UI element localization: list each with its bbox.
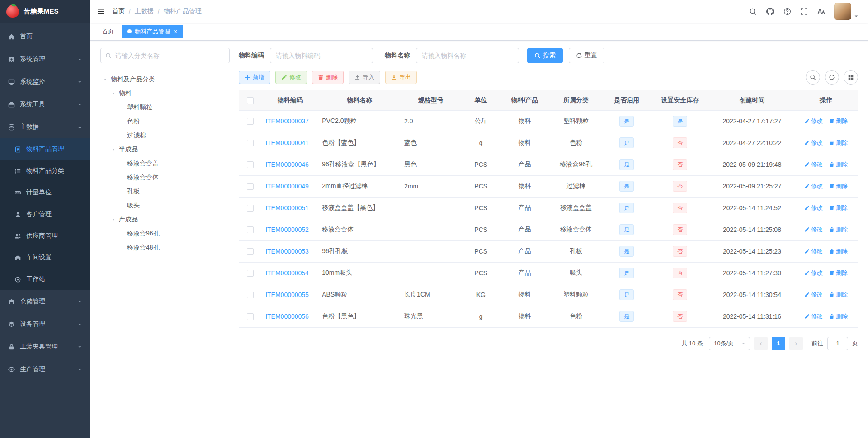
tree-node[interactable]: 移液盒盒体 — [100, 170, 230, 184]
row-edit-link[interactable]: 修改 — [804, 247, 823, 255]
sidebar-item-system-monitor[interactable]: 系统监控 — [0, 71, 90, 93]
tree-node[interactable]: 移液盒48孔 — [100, 240, 230, 254]
row-delete-link[interactable]: 删除 — [829, 139, 848, 147]
sidebar-item-workshop-settings[interactable]: 车间设置 — [0, 247, 90, 268]
row-checkbox[interactable] — [247, 140, 254, 146]
tree-node[interactable]: 色粉 — [100, 114, 230, 128]
material-code-input[interactable] — [270, 48, 373, 63]
sidebar-item-measure-unit[interactable]: 计量单位 — [0, 182, 90, 203]
refresh-table-button[interactable] — [825, 70, 839, 85]
material-name-input[interactable] — [416, 48, 519, 63]
page-number-1[interactable]: 1 — [772, 337, 785, 350]
tree-node[interactable]: 物料及产品分类 — [100, 72, 230, 86]
row-edit-link[interactable]: 修改 — [804, 291, 823, 299]
user-menu[interactable] — [834, 3, 859, 20]
search-button[interactable]: 搜索 — [527, 48, 563, 63]
tree-node[interactable]: 半成品 — [100, 142, 230, 156]
sidebar-item-material-product-category[interactable]: 物料产品分类 — [0, 160, 90, 182]
item-code-link[interactable]: ITEM00000041 — [265, 139, 309, 146]
font-size-button[interactable] — [817, 7, 825, 15]
sidebar-item-system-tools[interactable]: 系统工具 — [0, 93, 90, 116]
row-edit-link[interactable]: 修改 — [804, 139, 823, 147]
tree-node[interactable]: 孔板 — [100, 184, 230, 198]
sidebar-toggle-button[interactable] — [97, 7, 105, 15]
row-edit-link[interactable]: 修改 — [804, 226, 823, 234]
row-delete-link[interactable]: 删除 — [829, 204, 848, 212]
tree-node[interactable]: 物料 — [100, 86, 230, 100]
row-delete-link[interactable]: 删除 — [829, 247, 848, 255]
next-page-button[interactable]: › — [789, 337, 803, 350]
row-checkbox[interactable] — [247, 292, 254, 298]
tab-home[interactable]: 首页 — [97, 25, 119, 38]
select-all-checkbox[interactable] — [247, 97, 254, 104]
row-edit-link[interactable]: 修改 — [804, 182, 823, 190]
row-checkbox[interactable] — [247, 313, 254, 320]
sidebar-item-material-product-management[interactable]: 物料产品管理 — [0, 138, 90, 160]
app-logo[interactable]: 苦糖果MES — [0, 0, 90, 23]
item-code-link[interactable]: ITEM00000037 — [265, 118, 309, 125]
tab-material-product[interactable]: 物料产品管理 × — [122, 25, 183, 38]
toggle-search-button[interactable] — [806, 70, 820, 85]
sidebar-item-supplier-management[interactable]: 供应商管理 — [0, 225, 90, 247]
row-delete-link[interactable]: 删除 — [829, 226, 848, 234]
row-edit-link[interactable]: 修改 — [804, 204, 823, 212]
reset-button[interactable]: 重置 — [569, 48, 604, 63]
tree-node[interactable]: 过滤棉 — [100, 128, 230, 142]
tab-close-icon[interactable]: × — [174, 28, 177, 35]
tree-node[interactable]: 塑料颗粒 — [100, 100, 230, 114]
sidebar-item-device-management[interactable]: 设备管理 — [0, 313, 90, 335]
tree-node[interactable]: 吸头 — [100, 198, 230, 212]
row-checkbox[interactable] — [247, 270, 254, 277]
edit-button[interactable]: 修改 — [275, 71, 307, 84]
tree-caret-icon[interactable] — [110, 91, 117, 96]
row-edit-link[interactable]: 修改 — [804, 117, 823, 125]
row-checkbox[interactable] — [247, 183, 254, 190]
delete-button[interactable]: 删除 — [312, 71, 344, 84]
item-code-link[interactable]: ITEM00000056 — [265, 313, 309, 320]
sidebar-item-system-management[interactable]: 系统管理 — [0, 48, 90, 71]
sidebar-item-master-data[interactable]: 主数据 — [0, 116, 90, 138]
tree-node[interactable]: 移液盒96孔 — [100, 226, 230, 240]
item-code-link[interactable]: ITEM00000052 — [265, 226, 309, 233]
row-edit-link[interactable]: 修改 — [804, 269, 823, 277]
sidebar-item-workstation[interactable]: 工作站 — [0, 268, 90, 290]
sidebar-item-production-management[interactable]: 生产管理 — [0, 358, 90, 381]
row-edit-link[interactable]: 修改 — [804, 160, 823, 169]
header-search-button[interactable] — [749, 8, 757, 15]
tree-caret-icon[interactable] — [110, 217, 117, 222]
row-checkbox[interactable] — [247, 226, 254, 233]
sidebar-item-customer-management[interactable]: 客户管理 — [0, 203, 90, 225]
row-delete-link[interactable]: 删除 — [829, 312, 848, 320]
fullscreen-button[interactable] — [800, 8, 808, 15]
sidebar-item-warehouse-management[interactable]: 仓储管理 — [0, 290, 90, 313]
columns-setting-button[interactable] — [844, 70, 858, 85]
page-size-select[interactable]: 10条/页 — [709, 337, 750, 350]
tree-node[interactable]: 产成品 — [100, 212, 230, 226]
github-link[interactable] — [766, 7, 774, 16]
sidebar-item-fixture-management[interactable]: 工装夹具管理 — [0, 335, 90, 358]
item-code-link[interactable]: ITEM00000049 — [265, 183, 309, 190]
export-button[interactable]: 导出 — [385, 71, 417, 84]
row-delete-link[interactable]: 删除 — [829, 269, 848, 277]
tree-caret-icon[interactable] — [102, 77, 108, 82]
add-button[interactable]: 新增 — [239, 71, 270, 84]
row-delete-link[interactable]: 删除 — [829, 182, 848, 190]
category-search-input[interactable] — [115, 52, 225, 59]
tree-caret-icon[interactable] — [110, 147, 117, 152]
sidebar-item-home[interactable]: 首页 — [0, 25, 90, 48]
row-checkbox[interactable] — [247, 118, 254, 125]
row-delete-link[interactable]: 删除 — [829, 117, 848, 125]
prev-page-button[interactable]: ‹ — [754, 337, 768, 350]
row-checkbox[interactable] — [247, 161, 254, 168]
row-edit-link[interactable]: 修改 — [804, 312, 823, 320]
goto-page-input[interactable] — [827, 337, 848, 350]
row-checkbox[interactable] — [247, 248, 254, 255]
item-code-link[interactable]: ITEM00000053 — [265, 248, 309, 255]
row-checkbox[interactable] — [247, 205, 254, 212]
import-button[interactable]: 导入 — [349, 71, 380, 84]
help-button[interactable] — [783, 8, 791, 15]
breadcrumb-item-home[interactable]: 首页 — [112, 7, 125, 15]
row-delete-link[interactable]: 删除 — [829, 160, 848, 169]
row-delete-link[interactable]: 删除 — [829, 291, 848, 299]
item-code-link[interactable]: ITEM00000051 — [265, 204, 309, 212]
